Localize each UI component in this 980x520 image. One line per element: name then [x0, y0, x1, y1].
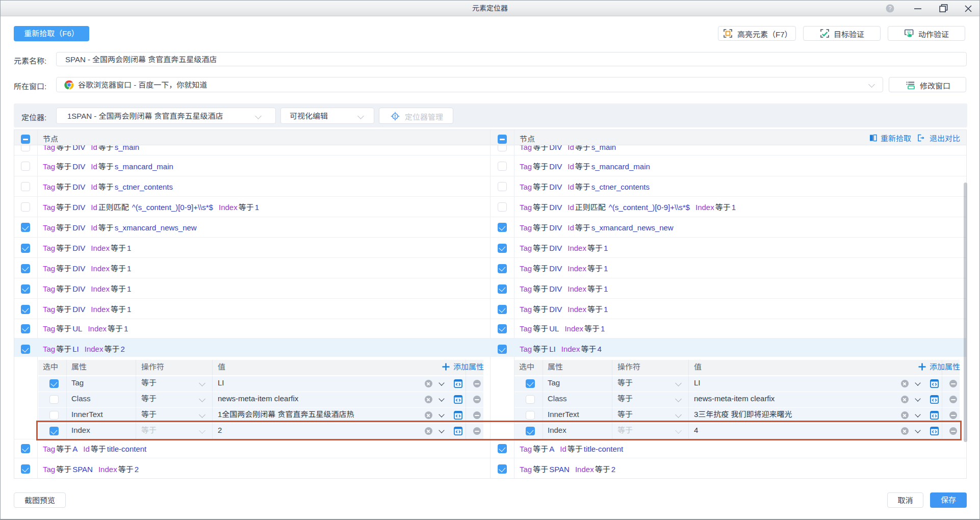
svg-text:?: ?: [888, 5, 891, 11]
